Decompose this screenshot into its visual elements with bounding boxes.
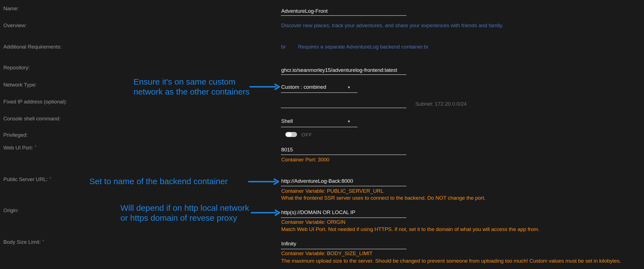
origin-input[interactable]	[281, 209, 407, 216]
subnet-note: Subnet: 172.20.0.0/24	[415, 101, 467, 107]
origin-variable: Container Variable: ORIGIN	[281, 219, 345, 225]
docker-container-settings-page: Name: Overview: Discover new places, tra…	[0, 0, 644, 269]
arrow-right-icon	[248, 178, 280, 185]
privileged-toggle[interactable]	[285, 132, 297, 137]
webui-port-input[interactable]	[281, 146, 407, 153]
caret-down-icon: ▼	[347, 118, 351, 125]
webui-port-underline	[281, 154, 406, 155]
webui-port-label: Web UI Port:*	[3, 144, 36, 151]
public-server-url-input[interactable]	[281, 178, 407, 184]
required-asterisk: *	[35, 145, 36, 149]
required-asterisk: *	[49, 176, 51, 181]
origin-underline	[281, 217, 406, 218]
requirements-prefix: br	[281, 44, 286, 50]
overview-label: Overview:	[3, 22, 27, 29]
body-size-limit-description: The maximum upload size to the server. S…	[281, 258, 621, 264]
arrow-right-icon	[251, 209, 281, 216]
repository-input-underline	[281, 74, 406, 75]
console-shell-select[interactable]: Shell▼	[281, 118, 358, 125]
console-shell-value: Shell	[281, 118, 293, 124]
network-type-value: Custom : combined	[281, 84, 326, 90]
additional-requirements-label: Additional Requirements:	[3, 44, 62, 50]
repository-input[interactable]	[281, 67, 407, 73]
public-server-url-underline	[281, 186, 406, 186]
origin-label: Origin:	[3, 207, 19, 214]
caret-down-icon: ▼	[347, 84, 351, 91]
network-type-underline	[281, 92, 358, 93]
privileged-label: Privileged:	[3, 132, 28, 138]
network-type-select[interactable]: Custom : combined▼	[281, 83, 358, 91]
annotation-backend-note: Set to name of the backend container	[89, 176, 228, 186]
public-server-url-variable: Container Variable: PUBLIC_SERVER_URL	[281, 188, 383, 194]
body-size-limit-label: Body Size Limit:*	[3, 238, 44, 245]
body-size-limit-underline	[281, 249, 406, 249]
name-input[interactable]	[281, 8, 407, 14]
public-server-url-description: What the frontend SSR server uses to con…	[281, 195, 485, 201]
additional-requirements-text: brRequires a separate AdventureLog backe…	[281, 44, 429, 50]
repository-label: Repository:	[3, 64, 30, 71]
body-size-limit-input[interactable]	[281, 240, 407, 247]
network-type-label: Network Type:	[3, 82, 37, 88]
required-asterisk: *	[42, 239, 44, 244]
console-shell-label: Console shell command:	[3, 115, 61, 122]
privileged-toggle-state: OFF	[301, 132, 312, 138]
arrow-right-icon	[249, 83, 281, 90]
annotation-network-note: Ensure it's on same custom network as th…	[134, 77, 250, 97]
requirements-body: Requires a separate AdventureLog backend…	[298, 44, 429, 50]
annotation-origin-note: Will depend if on http local network or …	[120, 203, 249, 223]
toggle-knob	[286, 132, 292, 137]
overview-text: Discover new places, track your adventur…	[281, 22, 503, 29]
fixed-ip-input[interactable]	[281, 100, 407, 106]
console-shell-underline	[281, 127, 358, 127]
origin-description: Match Web UI Port. Not needed if using H…	[281, 226, 539, 233]
public-server-url-label: Public Server URL:*	[3, 176, 51, 183]
webui-port-helper: Container Port: 3000	[281, 156, 329, 163]
fixed-ip-underline	[281, 108, 406, 108]
body-size-limit-variable: Container Variable: BODY_SIZE_LIMIT	[281, 250, 373, 257]
name-input-underline	[281, 15, 406, 16]
fixed-ip-label: Fixed IP address (optional):	[3, 98, 67, 105]
name-label: Name:	[3, 5, 19, 12]
